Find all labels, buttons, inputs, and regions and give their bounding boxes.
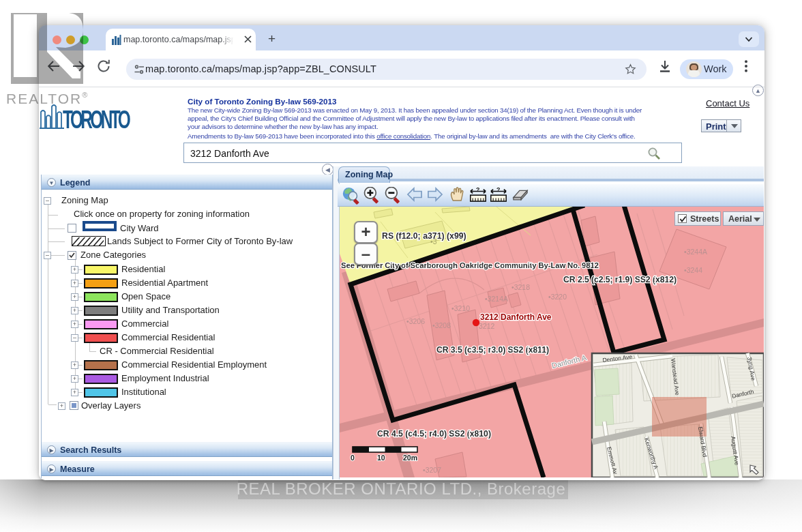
svg-text:See Former City of Scarborough: See Former City of Scarborough Oakridge … — [341, 261, 599, 269]
svg-text:20m: 20m — [403, 454, 417, 462]
svg-text:•3: •3 — [430, 237, 437, 246]
svg-text:?: ? — [496, 187, 500, 193]
svg-text:?: ? — [476, 187, 479, 193]
svg-text:CR 4.5 (c4.5; r4.0) SS2 (x810: CR 4.5 (c4.5; r4.0) SS2 (x810) — [377, 429, 491, 439]
svg-text:RS (f12.0; a371) (x99): RS (f12.0; a371) (x99) — [382, 231, 466, 241]
svg-text:•3214A: •3214A — [485, 295, 508, 303]
svg-text:•3210: •3210 — [451, 304, 470, 312]
svg-text:0: 0 — [351, 454, 355, 462]
svg-text:•3220: •3220 — [548, 293, 567, 301]
svg-text:•3208: •3208 — [432, 321, 451, 329]
svg-text:•3218: •3218 — [511, 283, 530, 291]
svg-text:TORONTO: TORONTO — [63, 106, 130, 132]
svg-text:3212 Danforth Ave: 3212 Danforth Ave — [480, 312, 552, 322]
svg-text:10: 10 — [377, 454, 385, 462]
svg-text:•3207: •3207 — [423, 466, 441, 474]
svg-text:•3244A: •3244A — [684, 248, 707, 256]
svg-text:3212: 3212 — [479, 322, 495, 330]
svg-text:•3244: •3244 — [684, 266, 702, 274]
svg-text:CR 3.5 (c3.5; r3.0) SS2 (x811: CR 3.5 (c3.5; r3.0) SS2 (x811) — [436, 345, 549, 355]
svg-text:•3206: •3206 — [406, 317, 425, 325]
svg-text:CR 2.5 (c2.5; r1.9) SS2 (x812: CR 2.5 (c2.5; r1.9) SS2 (x812) — [563, 275, 677, 284]
